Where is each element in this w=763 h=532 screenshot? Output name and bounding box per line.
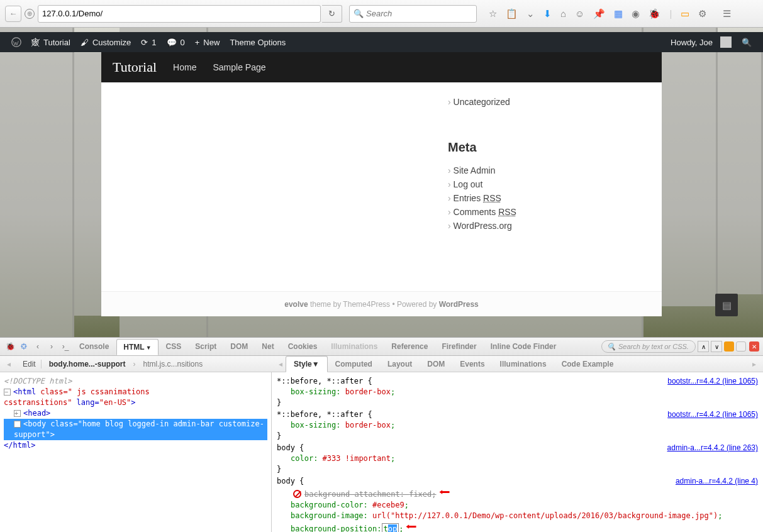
list-item[interactable]: Log out [448, 177, 593, 191]
edit-button[interactable]: Edit [18, 360, 42, 369]
forward-arrow-icon[interactable]: › [45, 340, 58, 353]
list-item[interactable]: WordPress.org [448, 219, 593, 233]
brush-icon: 🖌 [81, 38, 89, 47]
star-icon[interactable]: ☆ [489, 8, 497, 19]
doctype-node[interactable]: <!DOCTYPE html> [4, 377, 72, 385]
html-close-node[interactable]: </html> [4, 441, 36, 450]
howdy-link[interactable]: Howdy, Joe [666, 36, 737, 48]
subtab-dom[interactable]: DOM [420, 357, 452, 372]
tab-console[interactable]: Console [73, 339, 115, 354]
back-arrow-icon[interactable]: ‹ [31, 340, 44, 353]
annotation-arrow: ⬅ [406, 521, 418, 532]
reload-button[interactable]: ↻ [322, 5, 342, 23]
site-name-link[interactable]: 🕸Tutorial [26, 38, 75, 47]
tab-inline-code[interactable]: Inline Code Finder [484, 339, 563, 354]
twisty-icon[interactable]: − [4, 389, 11, 396]
breadcrumb-html[interactable]: html.js.c...nsitions [139, 360, 206, 369]
updates-link[interactable]: ⟳1 [136, 38, 161, 47]
tab-firefinder[interactable]: Firefinder [435, 339, 482, 354]
clipboard-icon[interactable]: 📋 [506, 8, 518, 19]
html-tree[interactable]: <!DOCTYPE html> −<html class=" js cssani… [0, 372, 272, 532]
home-icon[interactable]: ⌂ [560, 8, 566, 19]
list-item[interactable]: Site Admin [448, 163, 593, 177]
subtab-style[interactable]: Style▼ [286, 356, 328, 372]
body-node-selected[interactable]: +<body class="home blog logged-in admin-… [4, 419, 267, 440]
disabled-rule[interactable]: background-attachment: fixed;⬅ [277, 487, 758, 500]
tab-reference[interactable]: Reference [385, 339, 434, 354]
identity-icon[interactable]: ⊕ [25, 9, 35, 19]
footer-theme-link[interactable]: evolve [284, 300, 308, 309]
nav-home[interactable]: Home [173, 62, 196, 72]
wp-logo-icon[interactable] [6, 37, 26, 47]
url-bar[interactable] [38, 5, 321, 23]
theme-options-link[interactable]: Theme Options [225, 38, 291, 47]
menu-icon[interactable]: ☰ [723, 8, 731, 19]
plus-icon: + [195, 38, 200, 47]
close-button[interactable]: ✕ [749, 341, 759, 352]
twisty-icon[interactable]: + [14, 410, 21, 417]
console-icon[interactable]: ›_ [59, 340, 72, 353]
tab-cookies[interactable]: Cookies [282, 339, 324, 354]
tab-css[interactable]: CSS [160, 339, 188, 354]
sub-next[interactable]: ▸ [749, 360, 759, 369]
search-icon: 🔍 [354, 9, 364, 18]
tab-dom[interactable]: DOM [224, 339, 254, 354]
scroll-top-button[interactable]: ▤ [715, 294, 738, 316]
popout-button[interactable] [736, 341, 746, 352]
inspect-icon[interactable]: ⯐ [18, 340, 30, 353]
source-link[interactable]: bootstr...r=4.4.2 (line 1065) [667, 409, 758, 420]
tab-net[interactable]: Net [255, 339, 280, 354]
subtab-events[interactable]: Events [452, 357, 492, 372]
wp-admin-bar[interactable]: 🕸Tutorial 🖌Customize ⟳1 💬0 +New Theme Op… [0, 32, 763, 52]
footer-wp-link[interactable]: WordPress [439, 300, 479, 309]
source-link[interactable]: admin-a...r=4.4.2 (line 263) [667, 443, 758, 453]
search-input[interactable] [366, 9, 472, 18]
site-header: Tutorial Home Sample Page [101, 52, 662, 82]
list-item[interactable]: Entries RSS [448, 191, 593, 205]
dashboard-icon: 🕸 [31, 38, 40, 47]
pocket-icon[interactable]: ⌄ [526, 8, 535, 19]
content-area: Uncategorized Meta Site Admin Log out En… [101, 82, 662, 316]
source-link[interactable]: admin-a...r=4.4.2 (line 4) [676, 476, 758, 487]
tab-script[interactable]: Script [189, 339, 223, 354]
subtab-illuminations[interactable]: Illuminations [493, 357, 554, 372]
nav-sample-page[interactable]: Sample Page [213, 62, 265, 72]
pin-icon[interactable]: 📌 [593, 8, 605, 19]
head-node[interactable]: <head> [23, 409, 50, 418]
face-icon[interactable]: ☺ [575, 8, 584, 19]
search-prev[interactable]: ∧ [698, 341, 709, 352]
search-toggle-icon[interactable]: 🔍 [737, 38, 757, 47]
firebug-icon[interactable]: 🐞 [4, 340, 16, 353]
subtab-code-example[interactable]: Code Example [554, 357, 621, 372]
tab-illuminations[interactable]: Illuminations [325, 339, 384, 354]
breadcrumb-body[interactable]: body.home...-support [45, 360, 130, 369]
tab-html[interactable]: HTML▼ [116, 339, 158, 355]
minimize-button[interactable] [724, 341, 734, 352]
list-item[interactable]: Comments RSS [448, 205, 593, 219]
css-value-editor[interactable]: top [382, 523, 399, 532]
crumb-prev[interactable]: ◂ [4, 360, 14, 369]
search-box[interactable]: 🔍 [349, 5, 477, 23]
circle-icon[interactable]: ◉ [632, 8, 640, 19]
bug-icon[interactable]: 🐞 [649, 8, 660, 19]
comments-link[interactable]: 💬0 [162, 38, 190, 47]
subtab-layout[interactable]: Layout [380, 357, 420, 372]
css-rules[interactable]: bootstr...r=4.4.2 (line 1065) *::before,… [272, 372, 763, 532]
folder-icon[interactable]: ▭ [681, 8, 689, 19]
devtools-search[interactable]: 🔍Search by text or CSS. [601, 340, 696, 353]
url-input[interactable] [42, 9, 316, 18]
grid-icon[interactable]: ▦ [614, 8, 623, 19]
subtab-computed[interactable]: Computed [328, 357, 380, 372]
source-link[interactable]: bootstr...r=4.4.2 (line 1065) [667, 376, 758, 387]
gear-icon[interactable]: ⚙ [698, 8, 706, 19]
back-button[interactable]: ← [5, 6, 21, 22]
search-next[interactable]: ∨ [711, 341, 722, 352]
download-icon[interactable]: ⬇ [543, 8, 552, 19]
viewport: 🕸Tutorial 🖌Customize ⟳1 💬0 +New Theme Op… [0, 28, 763, 337]
sub-prev[interactable]: ◂ [276, 360, 286, 369]
list-item[interactable]: Uncategorized [448, 95, 593, 109]
annotation-arrow: ⬅ [438, 487, 450, 497]
site-title[interactable]: Tutorial [113, 59, 157, 75]
customize-link[interactable]: 🖌Customize [75, 38, 136, 47]
new-link[interactable]: +New [190, 38, 225, 47]
